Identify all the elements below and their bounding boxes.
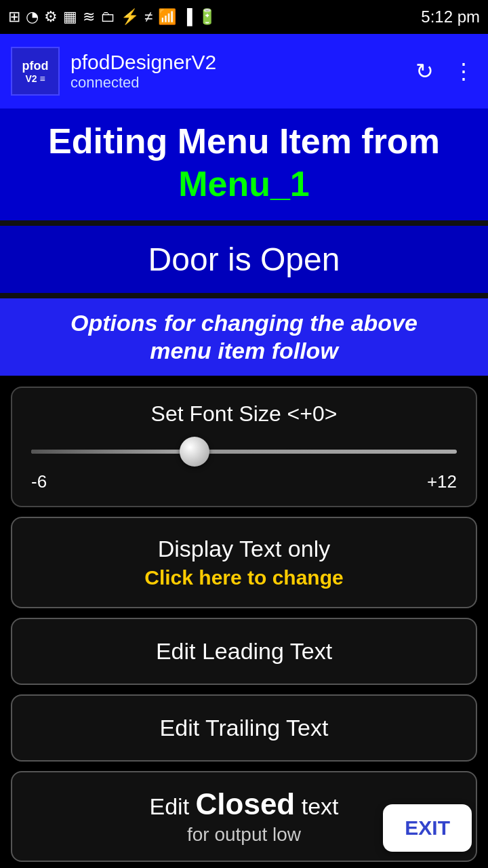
battery-icon: 🔋 xyxy=(198,8,216,26)
alarm-icon: ◔ xyxy=(26,8,39,26)
signal-slash-icon: ≠ xyxy=(144,8,152,26)
bluetooth-icon: ⚡ xyxy=(121,8,139,26)
menu-name: Menu_1 xyxy=(11,163,477,204)
options-line2: menu item follow xyxy=(150,338,338,363)
options-line1: Options for changing the above xyxy=(70,310,418,336)
options-text: Options for changing the above menu item… xyxy=(14,309,474,365)
content-area: Set Font Size <+0> -6 +12 Display Text o… xyxy=(0,376,488,868)
edit-trailing-text-button[interactable]: Edit Trailing Text xyxy=(11,694,477,762)
logo-text-v2: V2 ≡ xyxy=(25,73,45,84)
status-right: 5:12 pm xyxy=(421,7,480,26)
font-size-title: Set Font Size <+0> xyxy=(28,401,460,427)
settings-gear-icon: ⚙ xyxy=(44,8,58,26)
slider-track[interactable] xyxy=(31,435,457,469)
app-title: pfodDesignerV2 xyxy=(70,51,402,74)
display-type-subtitle: Click here to change xyxy=(28,566,460,589)
status-left-icons: ⊞ ◔ ⚙ ▦ ≋ 🗀 ⚡ ≠ 📶 ▐ 🔋 xyxy=(8,8,216,26)
font-size-card: Set Font Size <+0> -6 +12 xyxy=(11,387,477,507)
slider-max-label: +12 xyxy=(427,471,457,492)
app-bar-actions: ↻ ⋮ xyxy=(413,56,477,87)
header-section: Editing Menu Item from Menu_1 xyxy=(0,108,488,220)
app-bar: pfod V2 ≡ pfodDesignerV2 connected ↻ ⋮ xyxy=(0,34,488,108)
divider-top xyxy=(0,220,488,226)
display-type-card[interactable]: Display Text only Click here to change xyxy=(11,517,477,608)
edit-leading-text-button[interactable]: Edit Leading Text xyxy=(11,618,477,685)
door-label: Door is Open xyxy=(11,241,477,278)
slider-labels: -6 +12 xyxy=(31,471,457,492)
wifi-arrow-icon: ≋ xyxy=(83,8,95,26)
wifi-icon: 📶 xyxy=(158,8,176,26)
editing-header-title: Editing Menu Item from xyxy=(11,122,477,161)
signal-bars-icon: ▐ xyxy=(182,8,192,26)
display-type-title: Display Text only xyxy=(28,536,460,562)
status-bar: ⊞ ◔ ⚙ ▦ ≋ 🗀 ⚡ ≠ 📶 ▐ 🔋 5:12 pm xyxy=(0,0,488,34)
door-section: Door is Open xyxy=(0,226,488,293)
status-time: 5:12 pm xyxy=(421,7,480,26)
slider-min-label: -6 xyxy=(31,471,47,492)
edit-word: Edit xyxy=(149,793,189,819)
text-word: text xyxy=(302,793,339,819)
app-logo-icon: ▦ xyxy=(63,8,77,26)
options-section: Options for changing the above menu item… xyxy=(0,298,488,376)
more-options-button[interactable]: ⋮ xyxy=(450,56,477,87)
app-title-group: pfodDesignerV2 connected xyxy=(70,51,402,92)
font-size-slider-container: -6 +12 xyxy=(28,435,460,492)
closed-word: Closed xyxy=(196,787,296,821)
plus-square-icon: ⊞ xyxy=(8,8,20,26)
folder-icon: 🗀 xyxy=(100,8,115,26)
slider-fill xyxy=(31,450,193,454)
slider-thumb[interactable] xyxy=(180,437,209,467)
app-logo: pfod V2 ≡ xyxy=(11,47,60,96)
logo-text-pfod: pfod xyxy=(22,59,49,73)
refresh-button[interactable]: ↻ xyxy=(413,56,436,87)
exit-button[interactable]: EXIT xyxy=(383,804,472,852)
app-subtitle: connected xyxy=(70,74,402,92)
divider-mid xyxy=(0,293,488,298)
